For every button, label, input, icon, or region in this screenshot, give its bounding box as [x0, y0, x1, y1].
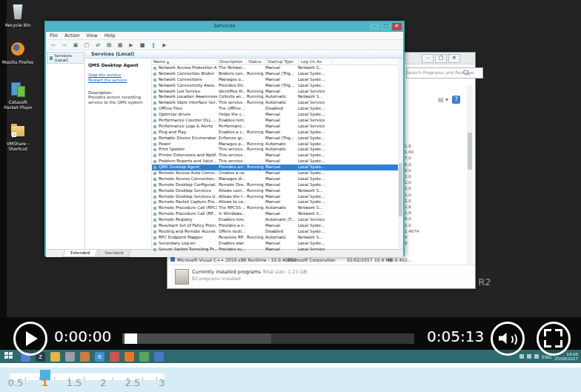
table-row[interactable]: Secure Socket Tunneling Pr... Provides s… — [152, 247, 403, 253]
toolbar-icon[interactable]: ▣ — [72, 42, 79, 48]
fullscreen-button[interactable] — [537, 322, 571, 356]
desktop-icon-firefox[interactable]: Mozilla Firefox — [1, 41, 35, 64]
toolbar-icon[interactable]: ▦ — [116, 42, 124, 48]
stop-service-link[interactable]: Stop the service — [88, 73, 149, 78]
program-row[interactable]: Microsoft Visual C++ 2010 x86 Runtime - … — [169, 256, 465, 263]
table-row[interactable]: Performance Counter DLL ... Enables rem.… — [152, 118, 403, 124]
taskbar-icon[interactable] — [139, 352, 149, 362]
table-row[interactable]: Remote Packet Capture Pro... Allows to c… — [152, 199, 403, 205]
table-row[interactable]: Network Connectivity Assis... Provides D… — [152, 83, 403, 89]
speed-handle[interactable] — [40, 370, 50, 380]
table-row[interactable]: Offline Files The Offline ... Disabled L… — [152, 106, 403, 112]
speed-label-2.5[interactable]: 2.5 — [125, 377, 141, 388]
toolbar-icon[interactable]: □ — [83, 42, 90, 48]
scrollbar-thumb[interactable] — [399, 163, 402, 216]
speed-label-1.5[interactable]: 1.5 — [67, 377, 82, 388]
column-header-description[interactable]: Description — [218, 59, 247, 64]
toolbar-icon[interactable]: ⇦ — [50, 42, 57, 48]
table-row[interactable]: Remote Access Connection... Manages di..… — [152, 176, 403, 182]
table-row[interactable]: Secondary Log-on Enables star... Manual … — [152, 241, 403, 247]
services-title-bar[interactable]: Services – □ ✕ — [46, 22, 403, 32]
view-options-icon[interactable]: ▤ ▾ — [438, 96, 448, 103]
scrollbar-thumb[interactable] — [468, 133, 472, 170]
close-button[interactable]: ✕ — [448, 54, 460, 63]
volume-button[interactable] — [491, 322, 525, 356]
play-button[interactable] — [13, 322, 47, 356]
desktop-icon-vmshare[interactable]: ↗ VMShare - Shortcut — [1, 123, 35, 151]
table-row[interactable]: Resultant Set of Policy Provi... Provide… — [152, 223, 403, 229]
taskbar-icon[interactable]: e — [95, 352, 104, 362]
tab-extended[interactable]: Extended — [63, 250, 98, 257]
table-row[interactable]: Network Access Protection A... The Netwo… — [152, 65, 403, 71]
toolbar-icon[interactable]: ‖ — [150, 42, 157, 48]
seek-handle[interactable] — [124, 333, 137, 344]
taskbar-icon[interactable] — [80, 352, 90, 362]
video-frame[interactable]: Recycle Bin Mozilla Firefox Cotasoft Pac… — [0, 0, 581, 363]
table-row[interactable]: Network Location Awareness Collects an..… — [152, 94, 403, 100]
table-row[interactable]: Remote Access Auto Conne... Creates a co… — [152, 170, 403, 176]
table-row[interactable]: RPC Endpoint Mapper Resolves RP... Runni… — [152, 235, 403, 241]
maximize-button[interactable]: □ — [435, 54, 447, 63]
tab-standard[interactable]: Standard — [97, 250, 131, 257]
taskbar-icon[interactable] — [110, 352, 119, 362]
toolbar-icon[interactable]: ▶ — [127, 42, 135, 48]
menu-item[interactable]: File — [50, 32, 58, 39]
tray-network-icon[interactable] — [527, 354, 531, 359]
speed-label-2[interactable]: 2 — [100, 377, 106, 388]
desktop-icon-recycle-bin[interactable]: Recycle Bin — [1, 4, 35, 27]
table-row[interactable]: Remote Procedure Call (RPC) The RPCSS ..… — [152, 205, 403, 211]
tray-volume-icon[interactable] — [534, 354, 539, 359]
table-row[interactable]: Remote Procedure Call (RP... In Windows.… — [152, 211, 403, 217]
taskbar-icon[interactable] — [154, 352, 164, 362]
table-row[interactable]: Remote Desktop Configurat... Remote Des.… — [152, 182, 403, 188]
table-row[interactable]: Power Manages p... Running Automatic Loc… — [152, 142, 403, 147]
table-row[interactable]: Performance Logs & Alerts Performanc... … — [152, 124, 403, 130]
table-row[interactable]: Portable Device Enumerator... Enforces g… — [152, 136, 403, 142]
speed-label-3[interactable]: 3 — [159, 377, 165, 388]
start-button[interactable] — [4, 352, 15, 361]
minimize-button[interactable]: – — [422, 54, 434, 63]
seek-bar[interactable] — [122, 333, 414, 344]
table-row[interactable]: Network Store Interface Ser... This serv… — [152, 100, 403, 106]
toolbar-icon[interactable]: ▶ — [161, 42, 168, 48]
minimize-button[interactable]: – — [370, 23, 379, 30]
tray-arrow-icon[interactable] — [519, 354, 524, 359]
table-row[interactable]: Problem Reports and Solut... This servic… — [152, 159, 403, 165]
toolbar-icon[interactable]: ■ — [139, 42, 146, 48]
table-row[interactable]: Network Connections Manages o... Manual … — [152, 77, 403, 83]
table-row[interactable]: Print Spooler This service ... Running A… — [152, 147, 403, 153]
table-row[interactable]: Remote Desktop Services Allows user... R… — [152, 188, 403, 194]
column-header-status[interactable]: Status — [247, 59, 266, 64]
speed-label-0.5[interactable]: 0.5 — [8, 377, 24, 388]
toolbar-icon[interactable]: ⇨ — [61, 42, 68, 48]
menu-item[interactable]: Help — [104, 32, 116, 39]
search-input[interactable]: Search Programs and Features — [406, 67, 483, 79]
menu-item[interactable]: Action — [64, 32, 79, 39]
column-header-startup[interactable]: Startup Type — [266, 59, 299, 64]
taskbar-icon[interactable] — [65, 352, 75, 362]
help-icon[interactable]: ? — [452, 96, 460, 104]
column-header-name[interactable]: Name ▲ — [152, 59, 218, 64]
toolbar-icon[interactable]: ▤ — [105, 42, 113, 48]
column-header-logon[interactable]: Log On As — [299, 59, 333, 64]
table-row[interactable]: Network Connection Broker Brokers con...… — [152, 71, 403, 77]
taskbar-icon[interactable] — [50, 352, 60, 362]
desktop-icon-packet-player[interactable]: Cotasoft Packet Playe — [1, 82, 35, 110]
close-button[interactable]: ✕ — [392, 23, 402, 30]
table-row[interactable]: QMS Desktop Agent Provides scr... Runnin… — [152, 165, 403, 170]
table-row[interactable]: Network List Service Identifies th... Ru… — [152, 89, 403, 95]
menu-item[interactable]: View — [86, 32, 97, 39]
services-window[interactable]: Services – □ ✕ FileActionViewHelp ⇦⇨▣□⇄▤… — [44, 21, 405, 256]
taskbar-icon[interactable] — [124, 352, 134, 362]
maximize-button[interactable]: □ — [381, 23, 391, 30]
services-scrollbar[interactable] — [398, 59, 403, 249]
table-row[interactable]: Optimize drives Helps the c... Manual Lo… — [152, 112, 403, 118]
table-row[interactable]: Printer Extensions and Notif... This ser… — [152, 153, 403, 159]
tree-item-services-local[interactable]: Services (Local) — [47, 52, 84, 64]
services-list[interactable]: Name ▲ Description Status Startup Type L… — [152, 59, 403, 249]
restart-service-link[interactable]: Restart the service — [88, 78, 149, 83]
table-row[interactable]: Remote Registry Enables rem... Automatic… — [152, 217, 403, 223]
table-row[interactable]: Plug and Play Enables a c... Running Man… — [152, 130, 403, 136]
table-row[interactable]: Routing and Remote Access Offers routi..… — [152, 229, 403, 235]
toolbar-icon[interactable]: ⇄ — [94, 42, 102, 48]
